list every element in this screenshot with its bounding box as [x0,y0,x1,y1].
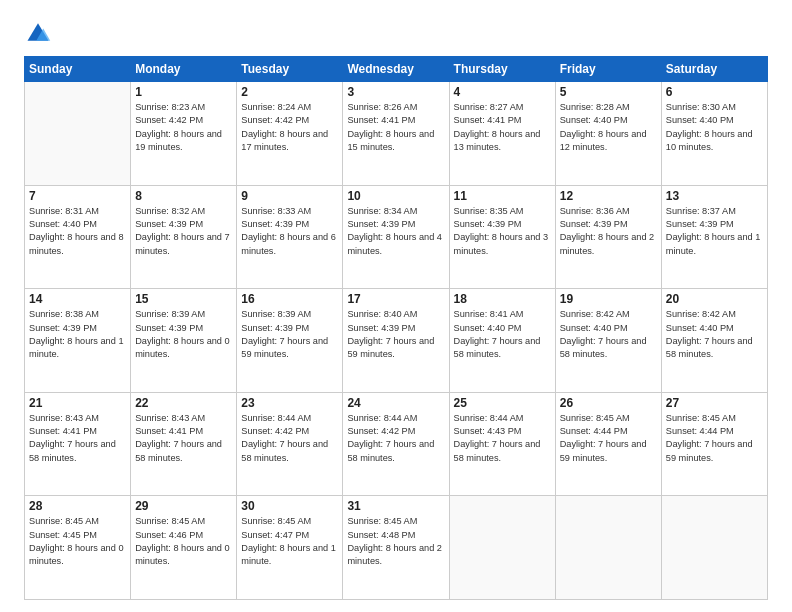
day-number: 21 [29,396,126,410]
day-number: 12 [560,189,657,203]
day-number: 7 [29,189,126,203]
day-info: Sunrise: 8:45 AM Sunset: 4:45 PM Dayligh… [29,515,126,568]
calendar-day-cell: 28Sunrise: 8:45 AM Sunset: 4:45 PM Dayli… [25,496,131,600]
day-info: Sunrise: 8:39 AM Sunset: 4:39 PM Dayligh… [135,308,232,361]
calendar-day-cell: 20Sunrise: 8:42 AM Sunset: 4:40 PM Dayli… [661,289,767,393]
calendar-day-cell: 10Sunrise: 8:34 AM Sunset: 4:39 PM Dayli… [343,185,449,289]
day-number: 24 [347,396,444,410]
calendar-header-row: SundayMondayTuesdayWednesdayThursdayFrid… [25,57,768,82]
calendar-day-cell: 2Sunrise: 8:24 AM Sunset: 4:42 PM Daylig… [237,82,343,186]
day-info: Sunrise: 8:45 AM Sunset: 4:48 PM Dayligh… [347,515,444,568]
day-number: 2 [241,85,338,99]
day-info: Sunrise: 8:37 AM Sunset: 4:39 PM Dayligh… [666,205,763,258]
calendar-table: SundayMondayTuesdayWednesdayThursdayFrid… [24,56,768,600]
day-info: Sunrise: 8:42 AM Sunset: 4:40 PM Dayligh… [666,308,763,361]
calendar-day-cell [25,82,131,186]
calendar-day-cell: 27Sunrise: 8:45 AM Sunset: 4:44 PM Dayli… [661,392,767,496]
calendar-day-cell: 21Sunrise: 8:43 AM Sunset: 4:41 PM Dayli… [25,392,131,496]
header [24,18,768,46]
calendar-day-cell: 13Sunrise: 8:37 AM Sunset: 4:39 PM Dayli… [661,185,767,289]
calendar-day-cell: 16Sunrise: 8:39 AM Sunset: 4:39 PM Dayli… [237,289,343,393]
day-number: 20 [666,292,763,306]
calendar-day-header: Saturday [661,57,767,82]
calendar-day-header: Tuesday [237,57,343,82]
calendar-day-cell: 15Sunrise: 8:39 AM Sunset: 4:39 PM Dayli… [131,289,237,393]
day-number: 14 [29,292,126,306]
calendar-day-cell: 22Sunrise: 8:43 AM Sunset: 4:41 PM Dayli… [131,392,237,496]
day-info: Sunrise: 8:44 AM Sunset: 4:42 PM Dayligh… [241,412,338,465]
calendar-day-cell [661,496,767,600]
day-info: Sunrise: 8:33 AM Sunset: 4:39 PM Dayligh… [241,205,338,258]
calendar-day-cell: 24Sunrise: 8:44 AM Sunset: 4:42 PM Dayli… [343,392,449,496]
day-info: Sunrise: 8:32 AM Sunset: 4:39 PM Dayligh… [135,205,232,258]
logo [24,18,56,46]
calendar-day-cell: 7Sunrise: 8:31 AM Sunset: 4:40 PM Daylig… [25,185,131,289]
day-number: 9 [241,189,338,203]
calendar-day-cell: 11Sunrise: 8:35 AM Sunset: 4:39 PM Dayli… [449,185,555,289]
day-info: Sunrise: 8:41 AM Sunset: 4:40 PM Dayligh… [454,308,551,361]
day-number: 19 [560,292,657,306]
calendar-day-header: Thursday [449,57,555,82]
day-info: Sunrise: 8:40 AM Sunset: 4:39 PM Dayligh… [347,308,444,361]
day-number: 8 [135,189,232,203]
calendar-day-cell: 23Sunrise: 8:44 AM Sunset: 4:42 PM Dayli… [237,392,343,496]
day-number: 1 [135,85,232,99]
calendar-day-cell [449,496,555,600]
day-info: Sunrise: 8:35 AM Sunset: 4:39 PM Dayligh… [454,205,551,258]
day-info: Sunrise: 8:24 AM Sunset: 4:42 PM Dayligh… [241,101,338,154]
day-number: 17 [347,292,444,306]
day-info: Sunrise: 8:43 AM Sunset: 4:41 PM Dayligh… [29,412,126,465]
calendar-day-cell: 6Sunrise: 8:30 AM Sunset: 4:40 PM Daylig… [661,82,767,186]
calendar-day-cell: 31Sunrise: 8:45 AM Sunset: 4:48 PM Dayli… [343,496,449,600]
day-number: 29 [135,499,232,513]
day-info: Sunrise: 8:38 AM Sunset: 4:39 PM Dayligh… [29,308,126,361]
day-info: Sunrise: 8:36 AM Sunset: 4:39 PM Dayligh… [560,205,657,258]
day-number: 10 [347,189,444,203]
calendar-week-row: 1Sunrise: 8:23 AM Sunset: 4:42 PM Daylig… [25,82,768,186]
calendar-day-cell: 17Sunrise: 8:40 AM Sunset: 4:39 PM Dayli… [343,289,449,393]
calendar-day-header: Monday [131,57,237,82]
calendar-day-cell: 29Sunrise: 8:45 AM Sunset: 4:46 PM Dayli… [131,496,237,600]
calendar-day-cell: 26Sunrise: 8:45 AM Sunset: 4:44 PM Dayli… [555,392,661,496]
day-info: Sunrise: 8:42 AM Sunset: 4:40 PM Dayligh… [560,308,657,361]
day-number: 31 [347,499,444,513]
day-number: 23 [241,396,338,410]
day-info: Sunrise: 8:45 AM Sunset: 4:44 PM Dayligh… [560,412,657,465]
calendar-day-cell: 9Sunrise: 8:33 AM Sunset: 4:39 PM Daylig… [237,185,343,289]
day-info: Sunrise: 8:28 AM Sunset: 4:40 PM Dayligh… [560,101,657,154]
day-info: Sunrise: 8:23 AM Sunset: 4:42 PM Dayligh… [135,101,232,154]
calendar-week-row: 14Sunrise: 8:38 AM Sunset: 4:39 PM Dayli… [25,289,768,393]
calendar-day-cell: 8Sunrise: 8:32 AM Sunset: 4:39 PM Daylig… [131,185,237,289]
day-info: Sunrise: 8:44 AM Sunset: 4:43 PM Dayligh… [454,412,551,465]
day-number: 28 [29,499,126,513]
day-info: Sunrise: 8:30 AM Sunset: 4:40 PM Dayligh… [666,101,763,154]
day-info: Sunrise: 8:45 AM Sunset: 4:47 PM Dayligh… [241,515,338,568]
day-number: 3 [347,85,444,99]
day-number: 30 [241,499,338,513]
calendar-day-header: Sunday [25,57,131,82]
calendar-day-cell: 3Sunrise: 8:26 AM Sunset: 4:41 PM Daylig… [343,82,449,186]
day-number: 16 [241,292,338,306]
calendar-day-cell: 19Sunrise: 8:42 AM Sunset: 4:40 PM Dayli… [555,289,661,393]
day-number: 11 [454,189,551,203]
calendar-day-cell: 4Sunrise: 8:27 AM Sunset: 4:41 PM Daylig… [449,82,555,186]
calendar-day-cell [555,496,661,600]
day-info: Sunrise: 8:39 AM Sunset: 4:39 PM Dayligh… [241,308,338,361]
day-number: 18 [454,292,551,306]
day-number: 26 [560,396,657,410]
page: SundayMondayTuesdayWednesdayThursdayFrid… [0,0,792,612]
day-info: Sunrise: 8:43 AM Sunset: 4:41 PM Dayligh… [135,412,232,465]
day-number: 27 [666,396,763,410]
calendar-week-row: 7Sunrise: 8:31 AM Sunset: 4:40 PM Daylig… [25,185,768,289]
calendar-week-row: 28Sunrise: 8:45 AM Sunset: 4:45 PM Dayli… [25,496,768,600]
day-info: Sunrise: 8:27 AM Sunset: 4:41 PM Dayligh… [454,101,551,154]
day-info: Sunrise: 8:26 AM Sunset: 4:41 PM Dayligh… [347,101,444,154]
day-number: 13 [666,189,763,203]
day-number: 22 [135,396,232,410]
calendar-day-cell: 5Sunrise: 8:28 AM Sunset: 4:40 PM Daylig… [555,82,661,186]
calendar-day-cell: 25Sunrise: 8:44 AM Sunset: 4:43 PM Dayli… [449,392,555,496]
calendar-day-cell: 30Sunrise: 8:45 AM Sunset: 4:47 PM Dayli… [237,496,343,600]
day-info: Sunrise: 8:45 AM Sunset: 4:44 PM Dayligh… [666,412,763,465]
day-number: 6 [666,85,763,99]
calendar-week-row: 21Sunrise: 8:43 AM Sunset: 4:41 PM Dayli… [25,392,768,496]
